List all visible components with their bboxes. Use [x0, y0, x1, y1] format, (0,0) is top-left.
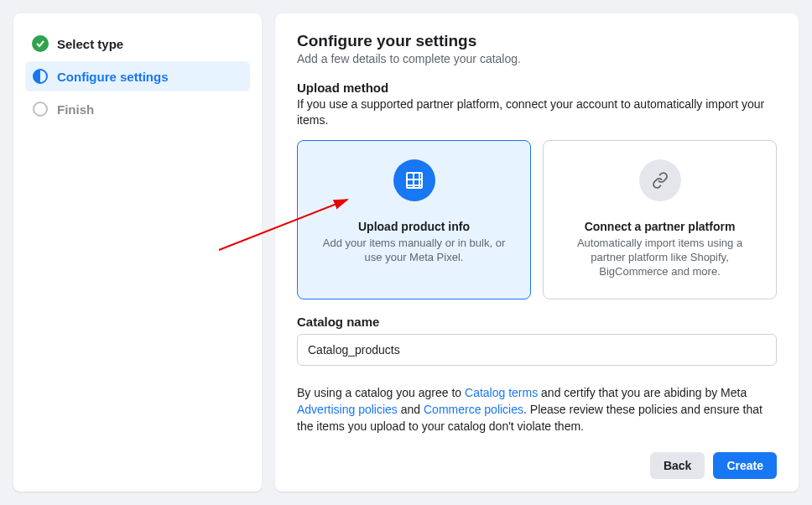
card-title: Upload product info: [358, 220, 470, 233]
card-description: Add your items manually or in bulk, or u…: [313, 237, 515, 265]
empty-circle-icon: [32, 101, 49, 117]
create-button[interactable]: Create: [713, 452, 777, 479]
footer-actions: Back Create: [297, 452, 777, 479]
card-title: Connect a partner platform: [585, 220, 736, 233]
step-label: Configure settings: [57, 70, 169, 84]
main-panel: Configure your settings Add a few detail…: [275, 13, 799, 492]
step-finish[interactable]: Finish: [25, 94, 250, 124]
step-label: Select type: [57, 37, 123, 51]
link-icon: [639, 159, 681, 201]
grid-icon: [393, 159, 435, 201]
section-upload-method: Upload method If you use a supported par…: [297, 81, 777, 315]
link-catalog-terms[interactable]: Catalog terms: [465, 386, 538, 399]
section-description: If you use a supported partner platform,…: [297, 96, 777, 128]
page-title: Configure your settings: [297, 32, 777, 50]
back-button[interactable]: Back: [650, 452, 705, 479]
link-advertising-policies[interactable]: Advertising policies: [297, 403, 398, 416]
card-upload-product-info[interactable]: Upload product info Add your items manua…: [297, 140, 531, 299]
link-commerce-policies[interactable]: Commerce policies: [424, 403, 523, 416]
step-label: Finish: [57, 102, 94, 117]
half-circle-icon: [32, 68, 49, 85]
method-cards: Upload product info Add your items manua…: [297, 140, 777, 299]
check-circle-icon: [32, 35, 49, 52]
page-subtitle: Add a few details to complete your catal…: [297, 52, 777, 65]
card-description: Automatically import items using a partn…: [559, 237, 761, 279]
section-heading: Upload method: [297, 81, 777, 95]
catalog-name-input[interactable]: [297, 334, 777, 366]
step-configure-settings[interactable]: Configure settings: [25, 61, 250, 91]
steps-sidebar: Select type Configure settings Finish: [13, 13, 262, 492]
card-connect-partner[interactable]: Connect a partner platform Automatically…: [543, 140, 777, 299]
step-select-type[interactable]: Select type: [25, 29, 250, 59]
catalog-name-label: Catalog name: [297, 315, 777, 329]
legal-text: By using a catalog you agree to Catalog …: [297, 384, 777, 435]
